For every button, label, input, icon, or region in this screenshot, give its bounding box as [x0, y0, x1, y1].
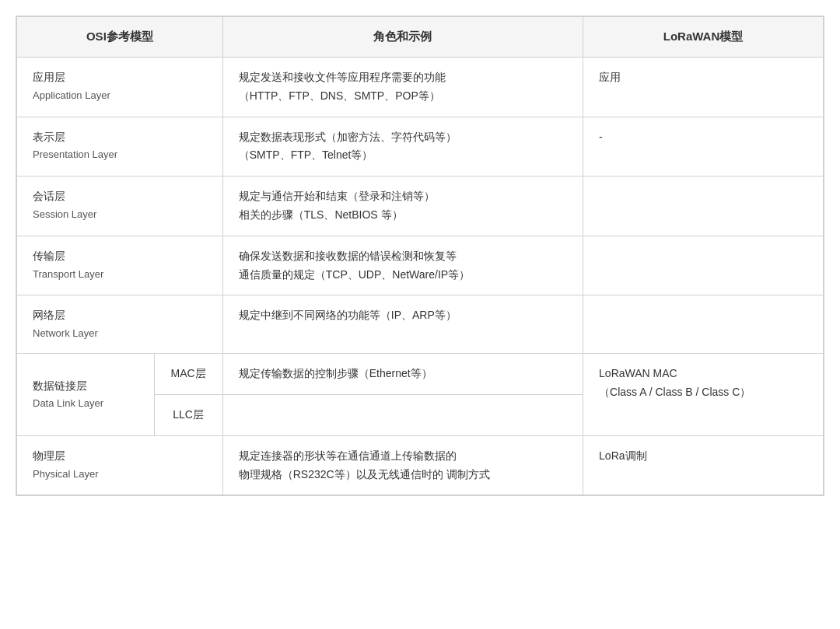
lorawan-transport: [583, 236, 824, 295]
table-row-datalink-mac: 数据链接层 Data Link Layer MAC层 规定传输数据的控制步骤（E…: [17, 354, 824, 395]
role-network: 规定中继到不同网络的功能等（IP、ARP等）: [222, 295, 583, 354]
layer-cn-datalink: 数据链接层: [33, 377, 138, 396]
header-col1: OSI参考模型: [17, 17, 223, 58]
table-row-application: 应用层 Application Layer 规定发送和接收文件等应用程序需要的功…: [17, 58, 824, 117]
osi-layer-transport: 传输层 Transport Layer: [17, 236, 223, 295]
role-application: 规定发送和接收文件等应用程序需要的功能（HTTP、FTP、DNS、SMTP、PO…: [222, 58, 583, 117]
layer-cn-transport: 传输层: [33, 247, 207, 266]
osi-layer-physical: 物理层 Physical Layer: [17, 435, 223, 495]
osi-layer-network: 网络层 Network Layer: [17, 295, 223, 354]
table-row-physical: 物理层 Physical Layer 规定连接器的形状等在通信通道上传输数据的物…: [17, 435, 824, 495]
lorawan-datalink: LoRaWAN MAC（Class A / Class B / Class C）: [583, 354, 824, 436]
layer-en-network: Network Layer: [33, 325, 207, 342]
osi-layer-presentation: 表示层 Presentation Layer: [17, 117, 223, 176]
role-physical: 规定连接器的形状等在通信通道上传输数据的物理规格（RS232C等）以及无线通信时…: [222, 435, 583, 495]
osi-layer-application: 应用层 Application Layer: [17, 58, 223, 117]
layer-cn-presentation: 表示层: [33, 128, 207, 147]
layer-en-application: Application Layer: [33, 87, 207, 104]
role-session: 规定与通信开始和结束（登录和注销等）相关的步骤（TLS、NetBIOS 等）: [222, 176, 583, 236]
sublayer-mac: MAC层: [154, 354, 222, 395]
lorawan-physical: LoRa调制: [583, 435, 824, 495]
role-mac: 规定传输数据的控制步骤（Ethernet等）: [222, 354, 583, 395]
lorawan-session: [583, 176, 824, 236]
header-col2: 角色和示例: [222, 17, 583, 58]
role-transport: 确保发送数据和接收数据的错误检测和恢复等通信质量的规定（TCP、UDP、NetW…: [222, 236, 583, 295]
osi-layer-datalink: 数据链接层 Data Link Layer: [17, 354, 155, 436]
layer-cn-session: 会话层: [33, 187, 207, 206]
role-llc: [222, 395, 583, 436]
table-row-session: 会话层 Session Layer 规定与通信开始和结束（登录和注销等）相关的步…: [17, 176, 824, 236]
layer-en-presentation: Presentation Layer: [33, 146, 207, 163]
layer-en-datalink: Data Link Layer: [33, 395, 138, 412]
osi-table: OSI参考模型 角色和示例 LoRaWAN模型 应用层 Application …: [16, 16, 824, 495]
lorawan-presentation: -: [583, 117, 824, 176]
layer-en-physical: Physical Layer: [33, 466, 207, 483]
lorawan-application: 应用: [583, 58, 824, 117]
role-presentation: 规定数据表现形式（加密方法、字符代码等）（SMTP、FTP、Telnet等）: [222, 117, 583, 176]
osi-layer-session: 会话层 Session Layer: [17, 176, 223, 236]
table-row-network: 网络层 Network Layer 规定中继到不同网络的功能等（IP、ARP等）: [17, 295, 824, 354]
table-row-transport: 传输层 Transport Layer 确保发送数据和接收数据的错误检测和恢复等…: [17, 236, 824, 295]
lorawan-network: [583, 295, 824, 354]
layer-cn-physical: 物理层: [33, 447, 207, 466]
layer-en-session: Session Layer: [33, 206, 207, 223]
layer-en-transport: Transport Layer: [33, 266, 207, 283]
header-col3: LoRaWAN模型: [583, 17, 824, 58]
osi-table-wrapper: OSI参考模型 角色和示例 LoRaWAN模型 应用层 Application …: [16, 16, 824, 496]
table-row-presentation: 表示层 Presentation Layer 规定数据表现形式（加密方法、字符代…: [17, 117, 824, 176]
sublayer-llc: LLC层: [154, 395, 222, 436]
layer-cn-application: 应用层: [33, 68, 207, 87]
layer-cn-network: 网络层: [33, 306, 207, 325]
